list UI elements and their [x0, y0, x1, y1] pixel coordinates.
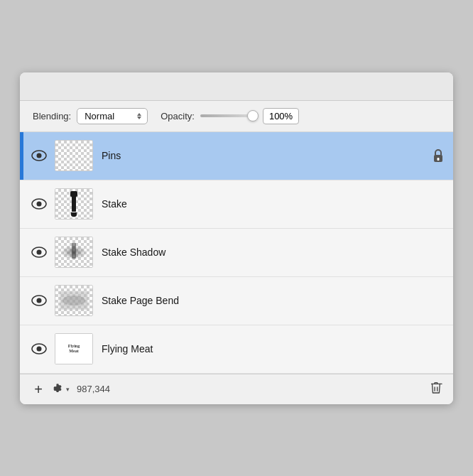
- opacity-label: Opacity:: [161, 111, 195, 121]
- gear-chevron-icon: ▾: [66, 386, 70, 393]
- layer-item[interactable]: Stake Page Bend: [20, 277, 453, 325]
- title-bar: [20, 72, 453, 101]
- layer-item[interactable]: FlyingMeat Flying Meat: [20, 325, 453, 374]
- svg-point-11: [37, 347, 42, 352]
- layer-item[interactable]: Pins: [20, 132, 453, 180]
- layer-thumbnail: [55, 140, 93, 171]
- opacity-slider-thumb[interactable]: [247, 110, 259, 121]
- opacity-value[interactable]: 100%: [263, 108, 299, 124]
- layer-name: Stake: [102, 198, 445, 210]
- opacity-slider-container: [200, 114, 257, 117]
- layer-thumbnail: FlyingMeat: [55, 333, 93, 364]
- svg-point-9: [37, 298, 42, 303]
- gear-button[interactable]: ▾: [51, 383, 70, 396]
- layer-count: 987,344: [77, 384, 110, 394]
- layer-name: Pins: [102, 150, 432, 161]
- blending-value: Normal: [85, 111, 114, 121]
- layer-item[interactable]: Stake: [20, 180, 453, 229]
- layer-thumbnail: [55, 285, 93, 316]
- eye-icon[interactable]: [29, 146, 49, 166]
- selected-indicator: [20, 229, 23, 276]
- selected-indicator: [20, 132, 23, 180]
- add-layer-button[interactable]: +: [30, 382, 47, 396]
- layers-list: Pins: [20, 132, 453, 374]
- delete-layer-button[interactable]: [429, 380, 443, 399]
- layer-name: Flying Meat: [102, 343, 445, 355]
- blending-chevron-icon: [137, 113, 141, 119]
- blending-label: Blending:: [33, 111, 71, 121]
- layer-name: Stake Page Bend: [102, 295, 445, 306]
- blending-row: Blending: Normal Opacity: 100%: [20, 101, 453, 132]
- selected-indicator: [20, 277, 23, 325]
- layer-item[interactable]: Stake Shadow: [20, 229, 453, 277]
- flying-meat-text: FlyingMeat: [68, 344, 80, 353]
- opacity-slider-track[interactable]: [200, 114, 257, 117]
- svg-rect-3: [437, 158, 440, 161]
- layer-name: Stake Shadow: [102, 247, 445, 258]
- selected-indicator: [20, 180, 23, 228]
- svg-point-7: [37, 250, 42, 255]
- selected-indicator: [20, 325, 23, 373]
- lock-icon: [432, 148, 445, 163]
- eye-icon[interactable]: [29, 339, 49, 359]
- bottom-bar: + ▾ 987,344: [20, 374, 453, 404]
- eye-icon[interactable]: [29, 291, 49, 310]
- layer-thumbnail: [55, 188, 93, 220]
- eye-icon[interactable]: [29, 194, 49, 214]
- svg-point-1: [37, 153, 42, 158]
- eye-icon[interactable]: [29, 242, 49, 262]
- layers-panel: Blending: Normal Opacity: 100%: [20, 72, 453, 404]
- blending-select[interactable]: Normal: [77, 108, 148, 124]
- layer-thumbnail: [55, 237, 93, 268]
- svg-point-5: [37, 202, 42, 207]
